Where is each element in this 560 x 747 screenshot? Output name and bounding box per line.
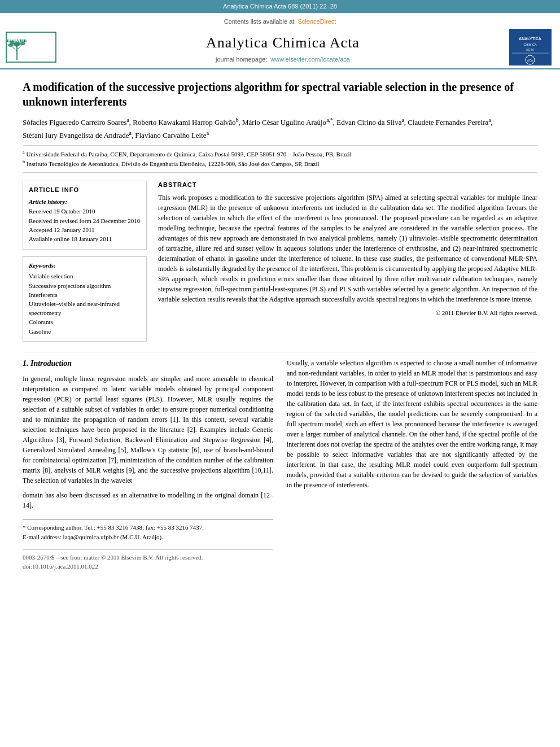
svg-point-8	[10, 41, 14, 44]
svg-point-7	[20, 42, 25, 45]
keyword-2: Successive projections algorithm	[29, 282, 141, 290]
intro-section-title: 1. Introduction	[23, 358, 273, 369]
body-section: 1. Introduction In general, multiple lin…	[23, 352, 537, 571]
svg-point-6	[8, 43, 14, 47]
journal-homepage: journal homepage: www.elsevier.com/locat…	[56, 55, 509, 64]
body-right: Usually, a variable selection algorithm …	[287, 358, 537, 571]
authors-line: Sófacles Figueredo Carreiro Soaresa, Rob…	[23, 116, 537, 142]
journal-citation: Analytica Chimica Acta 689 (2011) 22–28	[223, 3, 337, 10]
accepted-date: Accepted 12 January 2011	[29, 226, 141, 234]
keywords-heading: Keywords:	[29, 261, 141, 270]
intro-right-paragraph-1: Usually, a variable selection algorithm …	[287, 358, 537, 490]
homepage-label: journal homepage:	[216, 56, 267, 63]
sciencedirect-link[interactable]: ScienceDirect	[298, 18, 336, 25]
main-content: A modification of the successive project…	[0, 69, 560, 581]
elsevier-logo: ELSEVIER	[6, 32, 56, 65]
section-divider	[23, 352, 537, 352]
body-two-col: 1. Introduction In general, multiple lin…	[23, 358, 537, 571]
footnote-1: * Corresponding author. Tel.: +55 83 321…	[23, 523, 273, 532]
article-history-heading: Article history:	[29, 198, 141, 206]
svg-text:CHIMICA: CHIMICA	[523, 43, 537, 46]
abstract-heading: Abstract	[158, 181, 537, 189]
sciencedirect-prefix: Contents lists available at	[224, 18, 295, 25]
svg-rect-0	[6, 32, 56, 63]
doi-line: doi:10.1016/j.aca.2011.01.022	[23, 562, 273, 571]
copyright-line: © 2011 Elsevier B.V. All rights reserved…	[158, 309, 537, 317]
article-info-heading: Article Info	[29, 186, 141, 194]
journal-title-block: Analytica Chimica Acta journal homepage:…	[56, 33, 509, 64]
affiliation-a: a Universidade Federal da Paraíba, CCEN,…	[23, 149, 537, 159]
journal-main-title: Analytica Chimica Acta	[56, 33, 509, 53]
received-date: Received 19 October 2010	[29, 207, 141, 216]
keyword-1: Variable selection	[29, 272, 141, 281]
body-left: 1. Introduction In general, multiple lin…	[23, 358, 273, 571]
footnote-area: * Corresponding author. Tel.: +55 83 321…	[23, 519, 273, 542]
keyword-6: Gasoline	[29, 327, 141, 336]
journal-top-bar: Analytica Chimica Acta 689 (2011) 22–28	[0, 0, 560, 13]
keyword-4: Ultraviolet–visible and near-infrared sp…	[29, 300, 141, 317]
footnote-2: E-mail address: laqa@quimica.ufpb.br (M.…	[23, 533, 273, 541]
intro-paragraph-1: In general, multiple linear regression m…	[23, 374, 273, 486]
affiliations: a Universidade Federal da Paraíba, CCEN,…	[23, 145, 537, 172]
intro-paragraph-2: domain has also been discussed as an alt…	[23, 490, 273, 510]
header-inner: ELSEVIER Analytica Chimica Acta journal …	[0, 29, 560, 68]
article-title: A modification of the successive project…	[23, 80, 537, 109]
keywords-box: Keywords: Variable selection Successive …	[23, 256, 147, 342]
svg-text:ACA: ACA	[527, 59, 533, 62]
analytica-logo: ANALYTICA CHIMICA ACTA ACA	[509, 29, 554, 68]
affiliation-b: b Instituto Tecnológico de Aeronáutica, …	[23, 159, 537, 168]
svg-text:ANALYTICA: ANALYTICA	[519, 37, 541, 41]
section-number: 1. Introduction	[23, 359, 72, 368]
article-info-box: Article Info Article history: Received 1…	[23, 181, 147, 250]
svg-text:ACTA: ACTA	[526, 48, 535, 51]
keyword-5: Colorants	[29, 318, 141, 326]
bottom-bar: 0003-2670/$ – see front matter © 2011 El…	[23, 549, 273, 571]
available-date: Available online 18 January 2011	[29, 235, 141, 243]
left-column: Article Info Article history: Received 1…	[23, 181, 147, 342]
received-revised: Received in revised form 24 December 201…	[29, 217, 141, 225]
issn-line: 0003-2670/$ – see front matter © 2011 El…	[23, 553, 273, 562]
keyword-3: Interferents	[29, 291, 141, 299]
abstract-text: This work proposes a modification to the…	[158, 193, 537, 304]
sciencedirect-bar: Contents lists available at ScienceDirec…	[224, 18, 336, 26]
svg-point-9	[14, 42, 20, 46]
homepage-url[interactable]: www.elsevier.com/locate/aca	[270, 56, 350, 63]
header-area: Contents lists available at ScienceDirec…	[0, 13, 560, 69]
right-column: Abstract This work proposes a modificati…	[158, 181, 537, 342]
article-info-abstract: Article Info Article history: Received 1…	[23, 181, 537, 342]
